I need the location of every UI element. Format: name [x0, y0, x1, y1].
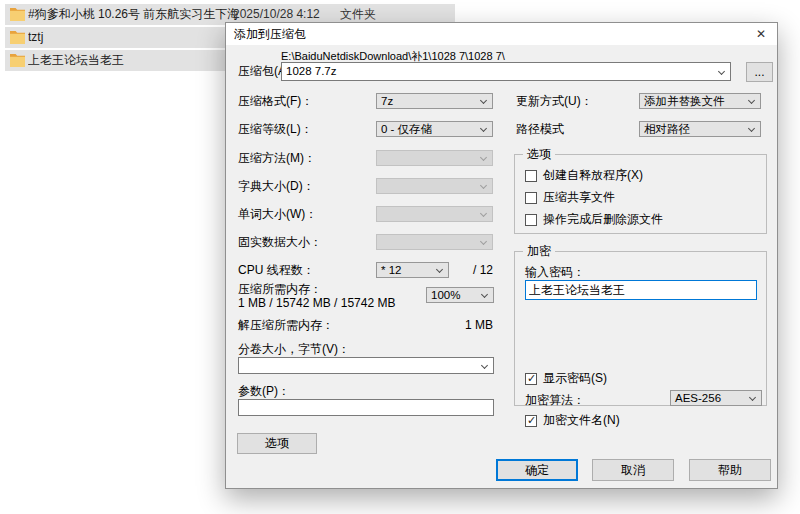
- cpu-threads-total: / 12: [456, 262, 493, 278]
- chevron-down-icon: [436, 266, 443, 273]
- dialog-titlebar[interactable]: 添加到压缩包 ✕: [226, 23, 777, 45]
- cpu-threads-label: CPU 线程数：: [238, 262, 315, 278]
- volume-size-combobox[interactable]: [238, 357, 494, 374]
- desktop: #狗爹和小桃 10.26号 前东航实习生下海... 2025/10/28 4:1…: [0, 0, 800, 514]
- chevron-down-icon: [480, 238, 487, 245]
- word-size-label: 单词大小(W)：: [238, 206, 317, 222]
- options-button[interactable]: 选项: [237, 433, 317, 454]
- level-combobox[interactable]: 0 - 仅存储: [376, 121, 493, 137]
- solid-block-combobox: [376, 234, 493, 250]
- file-date: 2025/10/28 4:12: [233, 7, 320, 22]
- chevron-down-icon: [480, 182, 487, 189]
- chevron-down-icon: [718, 68, 725, 75]
- format-combobox[interactable]: 7z: [376, 93, 493, 109]
- cipher-label: 加密算法：: [525, 392, 585, 408]
- dialog-title: 添加到压缩包: [234, 23, 306, 45]
- update-mode-combobox[interactable]: 添加并替换文件: [639, 93, 761, 109]
- level-value: 0 - 仅存储: [381, 123, 432, 135]
- solid-block-label: 固实数据大小：: [238, 234, 322, 250]
- help-button[interactable]: 帮助: [689, 459, 771, 481]
- chevron-down-icon: [480, 125, 487, 132]
- create-sfx-checkbox[interactable]: 创建自释放程序(X): [525, 167, 643, 184]
- compress-shared-label: 压缩共享文件: [543, 189, 615, 206]
- parameters-label: 参数(P)：: [238, 383, 290, 399]
- chevron-down-icon: [481, 362, 488, 369]
- file-name: tztj: [28, 30, 238, 45]
- cipher-combobox[interactable]: AES-256: [670, 390, 762, 406]
- dictionary-label: 字典大小(D)：: [238, 178, 315, 194]
- encryption-group: 加密 输入密码： 显示密码(S) 加密算法： AES-256 加密文件名(N): [514, 251, 767, 406]
- options-group: 选项 创建自释放程序(X) 压缩共享文件 操作完成后删除源文件: [514, 154, 767, 234]
- ok-button[interactable]: 确定: [496, 459, 578, 481]
- file-name: 上老王论坛当老王: [28, 53, 238, 68]
- method-combobox: [376, 150, 493, 166]
- encrypt-names-label: 加密文件名(N): [543, 412, 620, 429]
- password-input[interactable]: [525, 280, 757, 300]
- cancel-button[interactable]: 取消: [592, 459, 674, 481]
- path-mode-value: 相对路径: [644, 123, 690, 135]
- checkbox-unchecked-icon: [525, 214, 537, 226]
- memory-compress-detail: 1 MB / 15742 MB / 15742 MB: [238, 295, 395, 311]
- folder-icon: [10, 8, 25, 24]
- create-sfx-label: 创建自释放程序(X): [543, 167, 643, 184]
- cipher-value: AES-256: [675, 392, 721, 404]
- checkbox-checked-icon: [525, 415, 537, 427]
- browse-button[interactable]: ...: [746, 62, 773, 82]
- memory-decompress-value: 1 MB: [426, 317, 493, 333]
- delete-after-label: 操作完成后删除源文件: [543, 211, 663, 228]
- delete-after-checkbox[interactable]: 操作完成后删除源文件: [525, 211, 663, 228]
- chevron-down-icon: [481, 291, 488, 298]
- encryption-group-label: 加密: [523, 244, 555, 259]
- word-size-combobox: [376, 206, 493, 222]
- memory-decompress-label: 解压缩所需内存：: [238, 317, 334, 333]
- chevron-down-icon: [748, 97, 755, 104]
- chevron-down-icon: [480, 154, 487, 161]
- options-group-label: 选项: [523, 147, 555, 162]
- chevron-down-icon: [480, 97, 487, 104]
- file-name: #狗爹和小桃 10.26号 前东航实习生下海...: [28, 7, 238, 22]
- archive-name-combobox[interactable]: 1028 7.7z: [281, 62, 731, 81]
- chevron-down-icon: [749, 394, 756, 401]
- path-mode-label: 路径模式: [516, 121, 564, 137]
- close-icon[interactable]: ✕: [748, 23, 774, 45]
- folder-icon: [10, 31, 25, 47]
- checkbox-checked-icon: [525, 373, 537, 385]
- file-type: 文件夹: [340, 7, 376, 22]
- format-label: 压缩格式(F)：: [238, 93, 313, 109]
- cpu-threads-combobox[interactable]: * 12: [376, 262, 449, 278]
- method-label: 压缩方法(M)：: [238, 150, 316, 166]
- level-label: 压缩等级(L)：: [238, 121, 313, 137]
- chevron-down-icon: [480, 210, 487, 217]
- show-password-checkbox[interactable]: 显示密码(S): [525, 370, 607, 387]
- update-mode-label: 更新方式(U)：: [516, 93, 593, 109]
- memory-percent-combobox[interactable]: 100%: [426, 287, 494, 303]
- add-to-archive-dialog: 添加到压缩包 ✕ 压缩包(A)： E:\BaiduNetdiskDownload…: [225, 22, 778, 489]
- password-label: 输入密码：: [525, 264, 585, 280]
- show-password-label: 显示密码(S): [543, 370, 607, 387]
- compress-shared-checkbox[interactable]: 压缩共享文件: [525, 189, 615, 206]
- chevron-down-icon: [748, 125, 755, 132]
- dictionary-combobox: [376, 178, 493, 194]
- update-mode-value: 添加并替换文件: [644, 95, 725, 107]
- volume-size-label: 分卷大小，字节(V)：: [238, 341, 350, 357]
- memory-percent-value: 100%: [431, 289, 460, 301]
- checkbox-unchecked-icon: [525, 192, 537, 204]
- archive-name-value: 1028 7.7z: [286, 65, 337, 77]
- folder-icon: [10, 54, 25, 70]
- path-mode-combobox[interactable]: 相对路径: [639, 121, 761, 137]
- encrypt-names-checkbox[interactable]: 加密文件名(N): [525, 412, 620, 429]
- cpu-threads-value: * 12: [381, 264, 401, 276]
- parameters-input[interactable]: [238, 399, 494, 416]
- format-value: 7z: [381, 95, 393, 107]
- checkbox-unchecked-icon: [525, 170, 537, 182]
